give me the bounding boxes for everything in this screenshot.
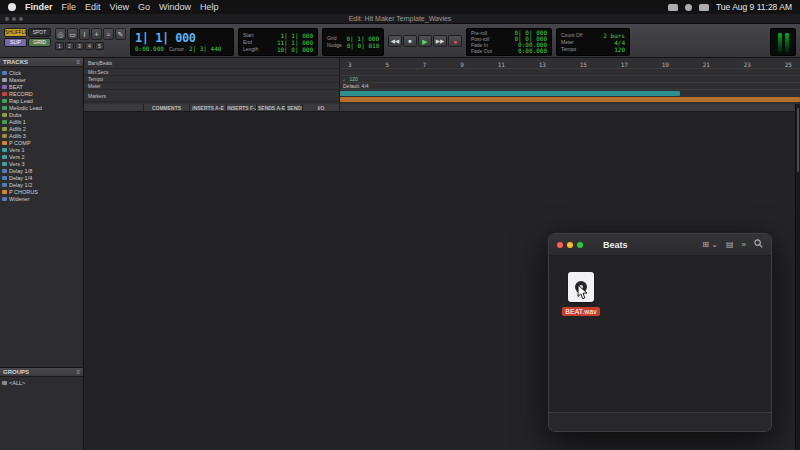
grabber-tool[interactable]: + <box>91 28 102 40</box>
menu-item-view[interactable]: View <box>110 2 129 12</box>
finder-content-area[interactable]: BEAT.wav <box>549 256 771 412</box>
tracks-panel-menu-icon[interactable]: ≡ <box>76 58 80 67</box>
ruler-label-tempo[interactable]: Tempo <box>84 76 339 83</box>
forward-button[interactable]: ▶▶ <box>433 35 447 47</box>
zoom-preset-5[interactable]: 5 <box>95 42 104 50</box>
ruler-label-markers[interactable]: Markers <box>84 90 339 102</box>
track-list-item-adlib-1[interactable]: Adlib 1 <box>2 118 81 125</box>
menu-item-file[interactable]: File <box>62 2 77 12</box>
track-list-item-master[interactable]: Master <box>2 76 81 83</box>
play-button[interactable]: ▶ <box>418 35 432 47</box>
track-list-item-delay-1-8[interactable]: Delay 1/8 <box>2 167 81 174</box>
app-menu-finder[interactable]: Finder <box>25 2 53 12</box>
ruler-label-bars-beats[interactable]: Bars|Beats <box>84 58 339 69</box>
tempo-ruler[interactable]: ♩ 120 <box>340 76 800 83</box>
menu-bar-clock[interactable]: Tue Aug 9 11:28 AM <box>716 2 792 12</box>
finder-title-bar[interactable]: Beats ⊞ ⌄ ▤ » <box>549 234 771 256</box>
track-list-item-label: Melodic Lead <box>9 105 42 111</box>
markers-ruler[interactable] <box>340 90 800 102</box>
grid-nudge-display[interactable]: Grid0| 1| 000Nudge0| 0| 010 <box>322 28 384 56</box>
edit-mode-grid[interactable]: GRID <box>28 38 51 47</box>
track-list-item-vers-1[interactable]: Vers 1 <box>2 146 81 153</box>
view-options-icon[interactable]: ⊞ ⌄ <box>702 240 718 249</box>
edit-mode-shuffle[interactable]: SHUFFLE <box>4 28 27 37</box>
track-list-item-adlib-3[interactable]: Adlib 3 <box>2 132 81 139</box>
main-counter-display[interactable]: 1| 1| 000 0:00.000 Cursor 2| 3| 440 <box>130 28 234 56</box>
column-header-comments[interactable]: COMMENTS <box>144 104 190 111</box>
scrubber-tool[interactable]: ≈ <box>103 28 114 40</box>
meter-ruler[interactable]: Default: 4/4 <box>340 83 800 90</box>
track-list-item-rap-lead[interactable]: Rap Lead <box>2 97 81 104</box>
zoom-preset-4[interactable]: 4 <box>85 42 94 50</box>
vertical-scrollbar[interactable] <box>795 104 800 450</box>
track-list-item-melodic-lead[interactable]: Melodic Lead <box>2 104 81 111</box>
column-header-inserts-f-j[interactable]: INSERTS F-J <box>227 104 257 111</box>
selection-display[interactable]: Start1| 1| 000End11| 1| 000Length10| 0| … <box>238 28 318 56</box>
marker-strip-2[interactable] <box>340 97 800 102</box>
control-center-icon[interactable] <box>699 4 709 11</box>
rewind-button[interactable]: ◀◀ <box>388 35 402 47</box>
bars-beats-ruler[interactable]: 35791113151719212325 <box>340 58 800 69</box>
track-list-item-record[interactable]: RECORD <box>2 90 81 97</box>
search-icon[interactable] <box>754 239 763 250</box>
track-list-item-delay-1-2[interactable]: Delay 1/2 <box>2 181 81 188</box>
record-button[interactable]: ● <box>448 35 462 47</box>
apple-menu-icon[interactable] <box>8 3 16 11</box>
grid-nudge-label: Nudge <box>327 42 342 49</box>
transport-controls: ◀◀■▶▶▶● <box>388 35 462 47</box>
column-header-i-o[interactable]: I/O <box>303 104 340 111</box>
window-controls[interactable] <box>5 17 23 21</box>
track-list-item-p-comp[interactable]: P COMP <box>2 139 81 146</box>
ruler-label-min-secs[interactable]: Min:Secs <box>84 69 339 76</box>
tracks-panel-header[interactable]: TRACKS ≡ <box>0 58 83 67</box>
close-button[interactable] <box>557 242 563 248</box>
min-secs-ruler[interactable] <box>340 69 800 76</box>
groups-panel-menu-icon[interactable]: ≡ <box>76 368 80 377</box>
zoom-preset-1[interactable]: 1 <box>55 42 64 50</box>
menu-item-edit[interactable]: Edit <box>85 2 101 12</box>
pre-post-roll-display[interactable]: Pre-roll0| 0| 000Post-roll0| 0| 000Fade … <box>466 28 552 56</box>
battery-icon[interactable] <box>668 4 678 11</box>
track-list-item-vers-2[interactable]: Vers 2 <box>2 153 81 160</box>
scrollbar-thumb[interactable] <box>797 108 799 172</box>
groups-panel-title: GROUPS <box>3 368 29 377</box>
more-toolbar-icon[interactable]: » <box>742 240 746 249</box>
track-list-item-beat[interactable]: BEAT <box>2 83 81 90</box>
selector-tool[interactable]: I <box>79 28 90 40</box>
group-by-icon[interactable]: ▤ <box>726 240 734 249</box>
groups-panel-header[interactable]: GROUPS ≡ <box>0 368 83 377</box>
edit-mode-slip[interactable]: SLIP <box>4 38 27 47</box>
zoom-preset-2[interactable]: 2 <box>65 42 74 50</box>
menu-item-window[interactable]: Window <box>159 2 191 12</box>
track-list-item-dubs[interactable]: Dubs <box>2 111 81 118</box>
stop-button[interactable]: ■ <box>403 35 417 47</box>
session-value: 4/4 <box>614 39 625 46</box>
minimize-button[interactable] <box>567 242 573 248</box>
track-list-item-vers-3[interactable]: Vers 3 <box>2 160 81 167</box>
zoomer-tool[interactable]: ◎ <box>55 28 66 40</box>
column-header-inserts-a-e[interactable]: INSERTS A-E <box>190 104 227 111</box>
zoom-preset-3[interactable]: 3 <box>75 42 84 50</box>
track-list-item-delay-1-4[interactable]: Delay 1/4 <box>2 174 81 181</box>
column-header-sends-a-e[interactable]: SENDS A-E <box>257 104 287 111</box>
bar-number: 23 <box>744 61 751 68</box>
wifi-icon[interactable] <box>685 4 692 11</box>
track-list-item-widener[interactable]: Widener <box>2 195 81 202</box>
maximize-button[interactable] <box>577 242 583 248</box>
pencil-tool[interactable]: ✎ <box>115 28 126 40</box>
track-list-item-label: RECORD <box>9 91 33 97</box>
track-list-item-click[interactable]: Click <box>2 69 81 76</box>
grid-nudge-value: 0| 0| 010 <box>347 42 380 49</box>
track-list-item-p-chorus[interactable]: P CHORUS <box>2 188 81 195</box>
edit-mode-spot[interactable]: SPOT <box>28 28 51 37</box>
menu-item-go[interactable]: Go <box>138 2 150 12</box>
column-header-sends-f-j[interactable]: SENDS F-J <box>287 104 303 111</box>
menu-item-help[interactable]: Help <box>200 2 219 12</box>
ruler-label-meter[interactable]: Meter <box>84 83 339 90</box>
track-list-item-adlib-2[interactable]: Adlib 2 <box>2 125 81 132</box>
marker-strip-1[interactable] <box>340 91 680 96</box>
session-setup-display[interactable]: Count Off2 barsMeter4/4Tempo120 <box>556 28 630 56</box>
window-title-bar[interactable]: Edit: Hit Maker Template_Wavies <box>0 14 800 24</box>
group-list-item-all[interactable]: <ALL> <box>2 379 81 386</box>
trim-tool[interactable]: ▭ <box>67 28 78 40</box>
